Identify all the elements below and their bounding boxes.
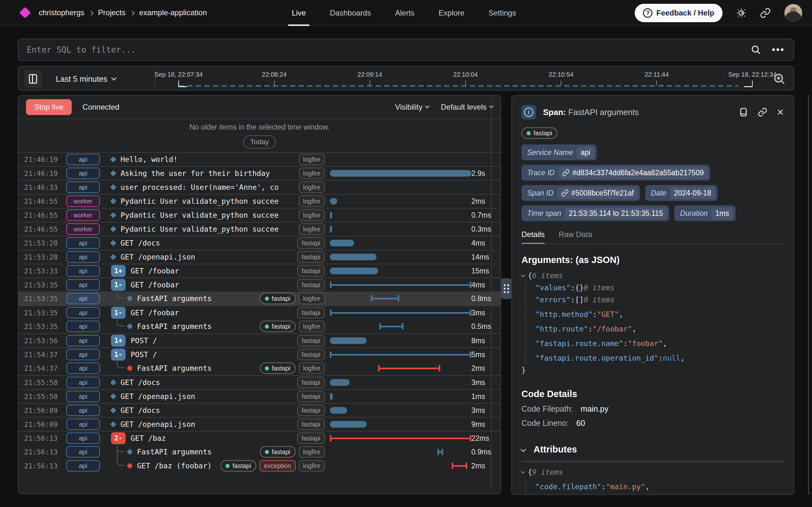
breadcrumb-project-name[interactable]: example-application xyxy=(139,8,207,17)
trace-row[interactable]: 21:55:58apiGET /docsfastapi3ms xyxy=(18,375,501,389)
trace-row[interactable]: 21:46:55workerPydantic User validate_pyt… xyxy=(18,208,501,222)
attr-pill-time-span[interactable]: Time span21:53:35.114 to 21:53:35.115 xyxy=(521,205,669,221)
scope-badge-fastapi[interactable]: fastapi xyxy=(297,307,325,319)
trace-row[interactable]: 21:54:37apiFastAPI argumentsfastapilogfi… xyxy=(18,361,501,375)
scope-pill-fastapi[interactable]: fastapi xyxy=(260,446,296,458)
trace-row[interactable]: 21:53:35apiFastAPI argumentsfastapilogfi… xyxy=(18,320,501,333)
arguments-json-viewer[interactable]: { 6 items"values": {} 0 items"errors": [… xyxy=(521,270,784,376)
collapse-count-badge[interactable]: 1- xyxy=(111,349,125,360)
scope-pill-fastapi[interactable]: fastapi xyxy=(260,293,296,304)
copy-link-icon[interactable] xyxy=(758,107,767,117)
tag-badge-worker[interactable]: worker xyxy=(66,210,100,221)
scope-badge-fastapi[interactable]: fastapi xyxy=(297,279,325,291)
scope-pill-fastapi[interactable]: fastapi xyxy=(260,362,296,374)
more-options-icon[interactable]: ••• xyxy=(772,44,785,55)
scope-badge-fastapi[interactable]: fastapi xyxy=(297,418,325,430)
default-levels-dropdown[interactable]: Default levels xyxy=(441,103,493,112)
scope-badge-fastapi[interactable]: fastapi xyxy=(297,251,325,263)
attr-pill-trace-id[interactable]: Trace ID#d834c3374dd6fa2e4aa82a55ab21750… xyxy=(521,165,710,181)
tag-badge-api[interactable]: api xyxy=(66,391,100,402)
collapse-count-badge[interactable]: 2- xyxy=(111,432,125,444)
trace-row[interactable]: 21:46:19apiHello, world!logfire xyxy=(18,152,501,166)
nav-tab-explore[interactable]: Explore xyxy=(439,0,464,26)
scope-badge-logfire[interactable]: logfire xyxy=(299,195,325,207)
scope-badge-fastapi[interactable]: fastapi xyxy=(297,433,325,444)
scope-badge-fastapi[interactable]: fastapi xyxy=(297,335,325,346)
tag-badge-api[interactable]: api xyxy=(66,418,100,430)
collapse-count-badge[interactable]: 1- xyxy=(111,307,125,319)
exception-badge[interactable]: exception xyxy=(259,460,296,471)
tab-details[interactable]: Details xyxy=(521,230,545,243)
search-icon[interactable] xyxy=(751,45,761,55)
scope-badge-logfire[interactable]: logfire xyxy=(299,168,325,179)
trace-row[interactable]: 21:55:58apiGET /openapi.jsonfastapi1ms xyxy=(18,389,501,403)
attributes-heading[interactable]: Attributes xyxy=(521,444,784,455)
scope-badge-fastapi[interactable]: fastapi xyxy=(297,377,325,388)
trace-row[interactable]: 21:56:09apiGET /openapi.jsonfastapi9ms xyxy=(18,417,501,431)
time-range-select[interactable]: Last 5 minutes xyxy=(50,66,121,91)
sidebar-toggle-button[interactable] xyxy=(24,70,42,88)
trace-row[interactable]: 21:46:19apiAsking the user for their bir… xyxy=(18,166,501,180)
nav-tab-alerts[interactable]: Alerts xyxy=(395,0,414,26)
nav-tab-dashboards[interactable]: Dashboards xyxy=(330,0,371,26)
trace-row[interactable]: 21:56:09apiGET /docsfastapi3ms xyxy=(18,403,501,417)
trace-row[interactable]: 21:53:35api1-GET /foobarfastapi4ms xyxy=(18,278,501,291)
today-button[interactable]: Today xyxy=(243,135,276,149)
trace-row[interactable]: 21:53:28apiGET /docsfastapi4ms xyxy=(18,236,501,250)
trace-row[interactable]: 21:53:56api1+POST /fastapi8ms xyxy=(18,333,501,347)
sql-filter-input[interactable]: Enter SQL to filter... xyxy=(27,45,751,55)
tag-badge-api[interactable]: api xyxy=(66,349,100,360)
trace-row[interactable]: 21:53:33api1+GET /foobarfastapi15ms xyxy=(18,264,501,278)
tag-badge-worker[interactable]: worker xyxy=(66,223,100,235)
tag-badge-worker[interactable]: worker xyxy=(66,195,100,207)
share-link-icon[interactable] xyxy=(760,8,771,18)
theme-toggle-icon[interactable] xyxy=(736,8,747,18)
panel-resize-handle[interactable] xyxy=(501,278,512,299)
attr-pill-service-name[interactable]: Service Nameapi xyxy=(521,145,597,160)
scope-badge-fastapi[interactable]: fastapi xyxy=(297,391,325,402)
scope-badge-fastapi[interactable]: fastapi xyxy=(297,349,325,360)
trace-row[interactable]: 21:56:13apiGET /baz (foobar)fastapiexcep… xyxy=(18,459,501,473)
scope-badge-logfire[interactable]: logfire xyxy=(299,362,325,374)
scope-badge-fastapi[interactable]: fastapi xyxy=(297,405,325,416)
tag-badge-api[interactable]: api xyxy=(66,460,100,471)
tag-badge-api[interactable]: api xyxy=(66,237,100,249)
breadcrumb-org[interactable]: christophergs xyxy=(39,8,84,17)
tag-badge-api[interactable]: api xyxy=(66,293,100,304)
scope-badge-logfire[interactable]: logfire xyxy=(299,210,325,221)
page-scrollbar[interactable] xyxy=(808,95,809,495)
feedback-help-button[interactable]: ? Feedback / Help xyxy=(635,4,722,22)
attr-pill-duration[interactable]: Duration1ms xyxy=(674,205,735,221)
tag-badge-api[interactable]: api xyxy=(66,279,100,291)
scope-pill-fastapi[interactable]: fastapi xyxy=(260,321,296,332)
tag-badge-api[interactable]: api xyxy=(66,335,100,346)
collapse-count-badge[interactable]: 1+ xyxy=(111,265,125,277)
scope-tag-fastapi[interactable]: fastapi xyxy=(521,127,557,139)
attributes-json-viewer[interactable]: { 9 items"code.filepath": "main.py","cod… xyxy=(521,466,784,495)
trace-row[interactable]: 21:53:35apiFastAPI argumentsfastapilogfi… xyxy=(18,291,501,305)
tag-badge-api[interactable]: api xyxy=(66,265,100,277)
tag-badge-api[interactable]: api xyxy=(66,433,100,444)
scope-badge-logfire[interactable]: logfire xyxy=(299,446,325,458)
tag-badge-api[interactable]: api xyxy=(66,362,100,374)
trace-row[interactable]: 21:54:37api1-POST /fastapi5ms xyxy=(18,347,501,361)
attr-pill-span-id[interactable]: Span ID#5008bce5f7fe21af xyxy=(521,185,640,201)
collapse-caret-icon[interactable] xyxy=(521,273,525,277)
trace-row[interactable]: 21:46:55workerPydantic User validate_pyt… xyxy=(18,194,501,208)
close-icon[interactable]: ✕ xyxy=(777,107,784,118)
scope-badge-logfire[interactable]: logfire xyxy=(299,293,325,304)
tag-badge-api[interactable]: api xyxy=(66,446,100,458)
trace-row[interactable]: 21:53:35api1-GET /foobarfastapi3ms xyxy=(18,305,501,320)
tag-badge-api[interactable]: api xyxy=(66,307,100,319)
tag-badge-api[interactable]: api xyxy=(66,154,100,165)
trace-row[interactable]: 21:46:55workerPydantic User validate_pyt… xyxy=(18,222,501,236)
nav-tab-live[interactable]: Live xyxy=(292,0,306,26)
scope-badge-logfire[interactable]: logfire xyxy=(299,154,325,165)
zoom-in-button[interactable] xyxy=(773,73,785,86)
tab-raw-data[interactable]: Raw Data xyxy=(559,230,592,243)
tag-badge-api[interactable]: api xyxy=(66,181,100,193)
scope-badge-logfire[interactable]: logfire xyxy=(299,321,325,332)
tag-badge-api[interactable]: api xyxy=(66,377,100,388)
collapse-count-badge[interactable]: 1+ xyxy=(111,335,125,347)
attr-pill-date[interactable]: Date2024-09-18 xyxy=(645,185,717,201)
